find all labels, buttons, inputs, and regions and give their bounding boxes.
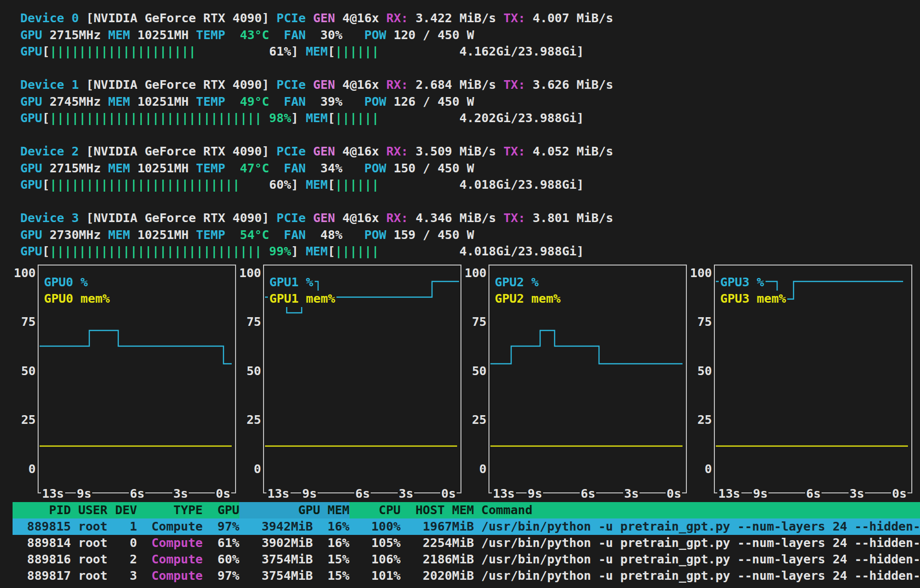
- device-bars-line: GPU[||||||||||||||||||||||||||||| 98%] M…: [20, 110, 613, 127]
- pow-label: POW: [342, 161, 386, 175]
- gpu-mem-legend: GPU0 mem%: [42, 291, 111, 307]
- rx-value: 2.684 MiB/s: [408, 78, 503, 92]
- header-type[interactable]: TYPE: [137, 502, 203, 518]
- device-stats-line: GPU 2715MHz MEM 10251MH TEMP 43°C FAN 30…: [20, 27, 613, 44]
- gpu-bar-label: GPU: [20, 111, 42, 125]
- y-axis-tick: 25: [682, 412, 712, 428]
- pcie-label: PCIe: [277, 144, 306, 158]
- cell-dev: 1: [115, 518, 137, 535]
- tx-value: 4.007 MiB/s: [525, 11, 613, 25]
- x-axis-tick: 13s: [492, 486, 516, 502]
- device-info-line: Device 2 [NVIDIA GeForce RTX 4090] PCIe …: [20, 143, 613, 160]
- device-block: Device 1 [NVIDIA GeForce RTX 4090] PCIe …: [20, 77, 613, 127]
- gpu-util-bar: ||||||||||||||||||||||||||: [50, 177, 262, 193]
- device-info-line: Device 0 [NVIDIA GeForce RTX 4090] PCIe …: [20, 10, 613, 27]
- y-axis-tick: 50: [682, 363, 712, 379]
- fan-label: FAN: [269, 161, 306, 175]
- header-user[interactable]: USER: [71, 502, 115, 518]
- header-command[interactable]: Command: [474, 502, 920, 518]
- x-axis-tick: 3s: [849, 486, 865, 502]
- cell-cpu: 101%: [349, 568, 401, 584]
- x-axis-tick: 9s: [527, 486, 543, 502]
- x-axis-tick: 0s: [666, 486, 682, 502]
- cell-pid: 889816: [13, 551, 71, 568]
- mem-usage-bar: ||||||: [335, 110, 452, 126]
- pcie-label: PCIe: [277, 211, 306, 225]
- tx-label: TX:: [503, 211, 526, 225]
- gen-label: GEN: [313, 11, 335, 25]
- rx-label: RX:: [386, 78, 408, 92]
- device-block: Device 2 [NVIDIA GeForce RTX 4090] PCIe …: [20, 143, 613, 194]
- cell-cpu: 106%: [349, 551, 401, 568]
- mem-bar-label: MEM: [306, 111, 328, 125]
- rx-value: 4.346 MiB/s: [408, 211, 503, 225]
- cell-type: Compute: [137, 535, 203, 551]
- pow-label: POW: [342, 95, 386, 109]
- header-gpu_mem[interactable]: GPU MEM: [239, 502, 349, 518]
- gpu-clock-value: 2745MHz: [42, 95, 108, 109]
- header-cpu[interactable]: CPU: [349, 502, 401, 518]
- temp-value: 54°C: [225, 228, 269, 242]
- temp-label: TEMP: [196, 95, 225, 109]
- gpu-util-bar: ||||||||||||||||||||: [50, 43, 262, 60]
- pow-label: POW: [342, 28, 386, 42]
- mem-clock-value: 10251MH: [130, 28, 195, 42]
- mem-clock-label: MEM: [108, 161, 130, 175]
- gpu-util-legend: GPU2 %: [493, 274, 540, 291]
- gpu-util-percent: 60%: [262, 177, 291, 193]
- gen-label: GEN: [313, 144, 335, 158]
- x-axis-tick: 0s: [891, 486, 907, 502]
- gpu-history-panel: GPU2 %GPU2 mem%13s9s6s3s0s: [488, 265, 687, 493]
- device-model: [NVIDIA GeForce RTX 4090]: [79, 144, 276, 158]
- process-row[interactable]: 889815root1Compute97%3942MiB 16%100%1967…: [13, 518, 920, 535]
- gpu-clock-label: GPU: [20, 95, 42, 109]
- pow-value: 150 / 450 W: [386, 161, 474, 175]
- mem-clock-label: MEM: [108, 28, 130, 42]
- x-axis-tick: 3s: [623, 486, 640, 502]
- header-host_mem[interactable]: HOST MEM: [401, 502, 474, 518]
- process-row[interactable]: 889817root3Compute97%3754MiB 15%101%2020…: [13, 568, 920, 584]
- cell-gpu_mem: 3754MiB 15%: [239, 551, 349, 568]
- mem-usage-value: 4.202Gi/23.988Gi: [452, 110, 577, 126]
- cell-pid: 889815: [13, 518, 71, 535]
- process-table: PIDUSERDEVTYPEGPUGPU MEMCPUHOST MEMComma…: [13, 502, 920, 584]
- gpu-bar-label: GPU: [20, 44, 42, 58]
- cell-command: /usr/bin/python -u pretrain_gpt.py --num…: [474, 535, 920, 551]
- device-title: Device 2: [20, 144, 79, 158]
- tx-label: TX:: [503, 78, 526, 92]
- cell-gpu: 97%: [203, 518, 239, 535]
- header-dev[interactable]: DEV: [115, 502, 137, 518]
- device-bars-line: GPU[|||||||||||||||||||| 61%] MEM[||||||…: [20, 43, 613, 60]
- device-block: Device 0 [NVIDIA GeForce RTX 4090] PCIe …: [20, 10, 613, 60]
- process-row[interactable]: 889814root0Compute61%3902MiB 16%105%2254…: [13, 535, 920, 551]
- y-axis-tick: 0: [231, 461, 261, 477]
- pcie-gen-value: 4@16x: [335, 78, 386, 92]
- mem-usage-bar: ||||||: [335, 243, 452, 260]
- gpu-util-percent: 61%: [262, 43, 291, 60]
- x-axis-tick: 6s: [580, 486, 596, 502]
- cell-gpu_mem: 3754MiB 15%: [239, 568, 349, 584]
- x-axis-tick: 9s: [76, 486, 92, 502]
- device-bars-line: GPU[|||||||||||||||||||||||||| 60%] MEM[…: [20, 177, 613, 194]
- gpu-util-legend: GPU1 %: [268, 274, 315, 291]
- gpu-util-bar: |||||||||||||||||||||||||||||: [50, 243, 262, 260]
- header-pid[interactable]: PID: [13, 502, 71, 518]
- gpu-history-panel: GPU0 %GPU0 mem%13s9s6s3s0s: [38, 265, 236, 493]
- device-model: [NVIDIA GeForce RTX 4090]: [79, 11, 276, 25]
- mem-clock-value: 10251MH: [130, 161, 195, 175]
- y-axis-tick: 0: [6, 461, 36, 477]
- process-row[interactable]: 889816root2Compute60%3754MiB 15%106%2186…: [13, 551, 920, 568]
- gpu-bar-label: GPU: [20, 244, 42, 258]
- y-axis-tick: 75: [457, 314, 487, 330]
- device-info-line: Device 1 [NVIDIA GeForce RTX 4090] PCIe …: [20, 77, 613, 94]
- cell-command: /usr/bin/python -u pretrain_gpt.py --num…: [474, 518, 920, 535]
- y-axis-tick: 50: [457, 363, 487, 379]
- x-axis-tick: 6s: [805, 486, 822, 502]
- fan-value: 39%: [306, 95, 342, 109]
- gpu-history-panel: GPU1 %GPU1 mem%13s9s6s3s0s: [263, 265, 461, 493]
- pow-value: 120 / 450 W: [386, 28, 474, 42]
- utilization-graph: [715, 266, 911, 492]
- header-gpu[interactable]: GPU: [203, 502, 239, 518]
- cell-user: root: [71, 518, 115, 535]
- mem-usage-value: 4.018Gi/23.988Gi: [452, 177, 577, 193]
